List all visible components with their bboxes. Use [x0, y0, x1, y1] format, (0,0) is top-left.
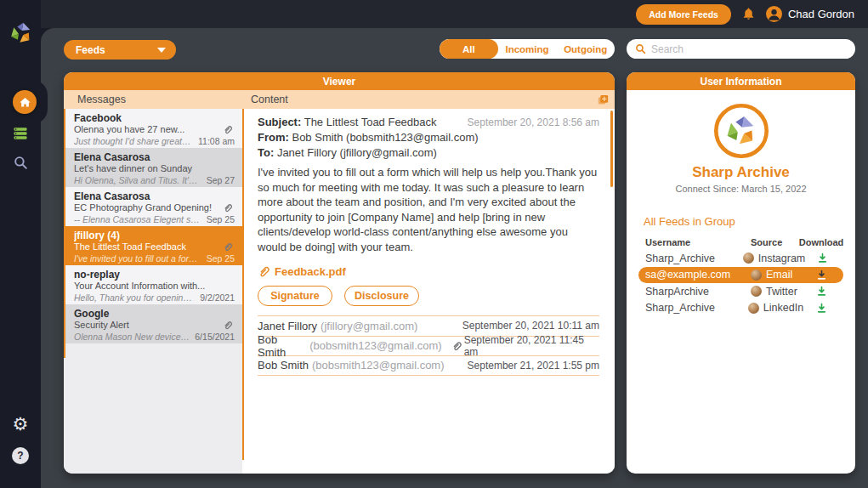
feed-username: Sharp_Archive	[645, 253, 743, 264]
subject-label: Subject:	[258, 116, 301, 128]
download-icon[interactable]	[817, 253, 828, 264]
user-name: Chad Gordon	[788, 8, 854, 20]
gear-icon: ⚙	[13, 415, 29, 433]
user-menu[interactable]: Chad Gordon	[766, 6, 854, 22]
thread-date: September 21, 2021 1:55 pm	[468, 360, 599, 372]
message-sender: no-replay	[74, 269, 235, 281]
thread-sender: Bob Smith	[258, 333, 306, 359]
feed-username: Sharp_Archive	[645, 302, 748, 314]
help-icon: ?	[12, 447, 29, 464]
search-icon	[13, 155, 29, 171]
message-list-item[interactable]: Facebook Olenna you have 27 new... Just …	[64, 109, 242, 148]
thread-email: (bobsmith123@gmail.com)	[312, 359, 445, 372]
to-value: Janet Fillory (jfillory@gmail.com)	[277, 146, 437, 159]
download-icon[interactable]	[816, 286, 827, 297]
message-subject: Let's have dinner on Sunday	[74, 163, 192, 174]
content-header: Content	[251, 94, 288, 105]
sharp-archive-logo	[7, 19, 36, 51]
thread-row[interactable]: Bob Smith (bobsmith123@gmail.com) Septem…	[258, 355, 599, 376]
paperclip-icon	[452, 341, 464, 351]
subject-line: Subject: The Littlest Toad Feedback	[258, 115, 437, 130]
search-input[interactable]	[651, 43, 847, 55]
paperclip-icon	[224, 242, 235, 252]
message-preview: Hello, Thank you for opening your...	[74, 292, 195, 304]
tab-incoming[interactable]: Incoming	[498, 39, 557, 59]
bell-icon[interactable]	[741, 7, 756, 21]
from-line: From: Bob Smith (bobsmith123@gmail.com)	[258, 130, 599, 145]
thread-sender: Janet Fillory	[258, 320, 317, 332]
message-preview: Olenna Mason New device signed...	[74, 331, 190, 343]
message-list-item[interactable]: no-replay Your Account Information with.…	[64, 265, 242, 304]
add-more-feeds-button[interactable]: Add More Feeds	[636, 4, 731, 25]
message-list-item[interactable]: Google Security Alert Olenna Mason New d…	[64, 304, 242, 343]
sidebar-item-settings[interactable]: ⚙	[0, 415, 41, 433]
group-label: All Feeds in Group	[644, 215, 855, 228]
sharp-archive-logo-large	[627, 103, 855, 159]
feeds-table-header: Username Source Download	[638, 235, 843, 250]
from-label: From:	[258, 131, 289, 144]
user-information-panel: User Information Sharp Archive Connect S…	[627, 72, 855, 474]
to-line: To: Janet Fillory (jfillory@gmail.com)	[258, 145, 599, 161]
paperclip-icon	[224, 321, 235, 330]
message-preview: -- Elenna Casarosa Elegent store is...	[74, 213, 201, 225]
feed-list-icon	[12, 125, 29, 142]
sidebar-item-home[interactable]	[13, 90, 37, 114]
tab-outgoing[interactable]: Outgoing	[556, 39, 615, 59]
message-preview: I've invited you to fill out a form whic…	[74, 253, 201, 264]
message-list-item[interactable]: Elena Casarosa EC Photography Grand Open…	[64, 187, 242, 226]
messages-header: Messages	[64, 94, 244, 105]
message-subject: EC Photography Grand Opening!	[74, 202, 212, 213]
message-preview: Hi Olenna, Silva and Titus. It's was...	[74, 174, 201, 186]
thread-list: Janet Fillory (jfillory@gmail.com) Septe…	[258, 315, 599, 376]
paperclip-icon	[224, 203, 235, 213]
tab-all[interactable]: All	[440, 39, 498, 59]
account-name: Sharp Archive	[627, 164, 855, 181]
download-icon[interactable]	[816, 303, 827, 314]
feed-source: Email	[766, 269, 792, 281]
message-subject: Security Alert	[74, 320, 129, 331]
home-icon	[19, 96, 31, 109]
feed-username: sa@example.com	[645, 269, 751, 281]
search-box	[627, 39, 855, 59]
thread-email: (jfillory@gmail.com)	[321, 320, 417, 332]
content-scrollbar[interactable]	[610, 111, 613, 187]
viewer-panel-title: Viewer	[64, 72, 615, 90]
thread-email: (bobsmith123@gmail.com)	[309, 339, 442, 352]
paperclip-icon	[224, 125, 235, 134]
connect-since: Connect Since: March 15, 2022	[627, 184, 855, 194]
message-subject: Your Account Information with...	[74, 281, 205, 292]
feed-source: Instagram	[758, 253, 806, 264]
message-date: 6/15/2021	[195, 331, 235, 343]
message-date: September 20, 2021 8:56 am	[468, 115, 599, 130]
attachment-name: Feedback.pdf	[275, 265, 346, 278]
feed-row[interactable]: SharpArchive Twitter	[638, 283, 843, 300]
sidebar-item-help[interactable]: ?	[0, 447, 41, 464]
search-icon	[635, 43, 646, 54]
sidebar-item-search[interactable]	[0, 155, 41, 171]
feed-source: Twitter	[766, 286, 797, 298]
popout-icon[interactable]	[597, 94, 610, 106]
message-date: Sep 27	[207, 174, 235, 186]
thread-row[interactable]: Bob Smith (bobsmith123@gmail.com) Septem…	[258, 336, 599, 356]
thread-date: September 20, 2021 11:45 am	[464, 334, 599, 358]
message-sender: Google	[74, 308, 235, 320]
paperclip-icon	[258, 265, 270, 278]
to-label: To:	[258, 146, 274, 159]
message-sender: Elena Casarosa	[74, 190, 235, 202]
feed-row[interactable]: sa@example.com Email	[638, 267, 843, 284]
feeds-dropdown[interactable]: Feeds	[64, 40, 176, 60]
message-list-item[interactable]: Elena Casarosa Let's have dinner on Sund…	[64, 148, 242, 187]
messages-scrollbar[interactable]	[64, 109, 65, 358]
col-source: Source	[751, 237, 803, 247]
sidebar-item-feeds[interactable]	[0, 125, 41, 142]
message-preview: Just thought I'd share great news ...	[74, 135, 193, 147]
disclosure-button[interactable]: Disclosure	[344, 286, 419, 306]
source-avatar-icon	[751, 286, 762, 297]
feed-row[interactable]: Sharp_Archive Instagram	[638, 250, 843, 267]
download-icon[interactable]	[816, 270, 827, 281]
feed-row[interactable]: Sharp_Archive LinkedIn	[638, 300, 843, 317]
attachment-link[interactable]: Feedback.pdf	[258, 265, 599, 278]
viewer-panel: Viewer Messages Content Facebook Olenna …	[64, 72, 615, 474]
message-list-item[interactable]: jfillory (4) The Littlest Toad Feedback …	[64, 226, 242, 265]
signature-button[interactable]: Signature	[258, 286, 332, 306]
